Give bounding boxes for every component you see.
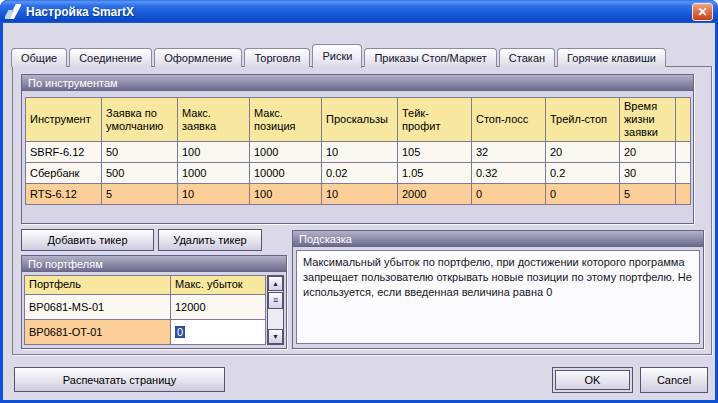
col-header-instrument: Инструмент xyxy=(26,98,102,142)
cell[interactable]: 0 xyxy=(472,184,546,205)
tab-stakan[interactable]: Стакан xyxy=(499,48,555,67)
cell[interactable]: 1.05 xyxy=(398,163,472,184)
cell[interactable]: 12000 xyxy=(171,294,266,319)
selected-text: 0 xyxy=(175,326,185,338)
cell[interactable]: 0.02 xyxy=(322,163,398,184)
col-header-max-order: Макс. заявка xyxy=(178,98,250,142)
cell[interactable]: 100 xyxy=(250,184,322,205)
window-title: Настройка SmartX xyxy=(26,5,134,19)
cell[interactable]: 1000 xyxy=(178,163,250,184)
col-header-slippage: Проскальзы xyxy=(322,98,398,142)
col-header-order-lifetime: Время жизни заявки xyxy=(620,98,676,142)
cell[interactable]: 0.2 xyxy=(546,163,620,184)
portfolios-header-row: Портфель Макс. убыток xyxy=(25,276,266,295)
cell[interactable]: 0 xyxy=(546,184,620,205)
cell[interactable]: 10 xyxy=(178,184,250,205)
cell[interactable]: RTS-6.12 xyxy=(26,184,102,205)
dialog-client-area: Общие Соединение Оформление Торговля Рис… xyxy=(3,23,715,400)
tab-oformlenie[interactable]: Оформление xyxy=(154,48,242,67)
instruments-group-title: По инструментам xyxy=(22,75,693,91)
cell-spacer xyxy=(676,142,691,163)
cell[interactable]: 0.32 xyxy=(472,163,546,184)
cancel-button[interactable]: Cancel xyxy=(640,367,708,393)
add-ticker-button[interactable]: Добавить тикер xyxy=(21,229,154,251)
cell[interactable]: 2000 xyxy=(398,184,472,205)
cell[interactable]: 10 xyxy=(322,184,398,205)
settings-dialog: Настройка SmartX ✕ Общие Соединение Офор… xyxy=(0,0,718,403)
cell[interactable]: BP0681-OT-01 xyxy=(25,319,171,344)
hint-group: Подсказка Максимальный убыток по портфел… xyxy=(292,230,704,349)
smartx-logo-icon xyxy=(5,4,21,19)
instruments-table: Инструмент Заявка по умолчанию Макс. зая… xyxy=(25,97,691,205)
col-header-trail-stop: Трейл-стоп xyxy=(546,98,620,142)
cell[interactable]: 100 xyxy=(178,142,250,163)
cell-spacer xyxy=(676,184,691,205)
portfolios-table: Портфель Макс. убыток BP0681-MS-01 12000… xyxy=(24,275,266,345)
instrument-row-selected[interactable]: RTS-6.12 5 10 100 10 2000 0 0 5 xyxy=(26,184,691,205)
max-loss-edit-field[interactable]: 0 xyxy=(171,319,266,344)
cell[interactable]: 30 xyxy=(620,163,676,184)
col-header-default-order: Заявка по умолчанию xyxy=(102,98,178,142)
portfolio-row-selected[interactable]: BP0681-OT-01 0 xyxy=(25,319,266,344)
cell[interactable]: 10000 xyxy=(250,163,322,184)
cell[interactable]: 5 xyxy=(620,184,676,205)
instruments-group: По инструментам Инструмент Заявка по умо… xyxy=(21,74,694,224)
instruments-header-row: Инструмент Заявка по умолчанию Макс. зая… xyxy=(26,98,691,142)
cell[interactable]: 1000 xyxy=(250,142,322,163)
close-icon[interactable]: ✕ xyxy=(692,3,713,21)
tab-panel-riski: По инструментам Инструмент Заявка по умо… xyxy=(12,66,712,355)
portfolios-group: По портфелям Портфель Макс. убыток BP068… xyxy=(21,255,287,349)
cell[interactable]: 20 xyxy=(620,142,676,163)
tabstrip: Общие Соединение Оформление Торговля Рис… xyxy=(11,43,668,67)
tab-obshchie[interactable]: Общие xyxy=(11,48,67,67)
col-header-max-loss: Макс. убыток xyxy=(171,276,266,295)
portfolios-group-title: По портфелям xyxy=(22,256,286,272)
cell[interactable]: 20 xyxy=(546,142,620,163)
tab-soedinenie[interactable]: Соединение xyxy=(69,48,152,67)
scroll-down-icon[interactable]: ▼ xyxy=(268,329,283,344)
portfolio-row[interactable]: BP0681-MS-01 12000 xyxy=(25,294,266,319)
cell[interactable]: 105 xyxy=(398,142,472,163)
col-header-spacer xyxy=(676,98,691,142)
instrument-row[interactable]: SBRF-6.12 50 100 1000 10 105 32 20 20 xyxy=(26,142,691,163)
print-page-button[interactable]: Распечатать страницу xyxy=(14,367,225,392)
ok-button[interactable]: OK xyxy=(552,367,633,393)
portfolios-scrollbar[interactable]: ▲ ≡ ▼ xyxy=(267,275,284,345)
remove-ticker-button[interactable]: Удалить тикер xyxy=(158,229,262,251)
tab-prikazy-stop-market[interactable]: Приказы Стоп/Маркет xyxy=(364,48,496,67)
cell[interactable]: 5 xyxy=(102,184,178,205)
scroll-up-icon[interactable]: ▲ xyxy=(268,276,283,291)
cell-spacer xyxy=(676,163,691,184)
tab-goryachie-klavishi[interactable]: Горячие клавиши xyxy=(557,48,666,67)
col-header-portfolio: Портфель xyxy=(25,276,171,295)
cell[interactable]: SBRF-6.12 xyxy=(26,142,102,163)
scrollbar-thumb[interactable]: ≡ xyxy=(268,292,283,309)
instrument-row[interactable]: Сбербанк 500 1000 10000 0.02 1.05 0.32 0… xyxy=(26,163,691,184)
hint-group-title: Подсказка xyxy=(293,231,703,247)
scrollbar-track[interactable] xyxy=(268,309,283,329)
cell[interactable]: 50 xyxy=(102,142,178,163)
cell[interactable]: Сбербанк xyxy=(26,163,102,184)
tab-torgovlya[interactable]: Торговля xyxy=(244,48,310,67)
hint-text: Максимальный убыток по портфелю, при дос… xyxy=(296,250,700,344)
tab-riski[interactable]: Риски xyxy=(312,44,362,68)
col-header-stop-loss: Стоп-лосс xyxy=(472,98,546,142)
cell[interactable]: 32 xyxy=(472,142,546,163)
col-header-take-profit: Тейк-профит xyxy=(398,98,472,142)
cell[interactable]: BP0681-MS-01 xyxy=(25,294,171,319)
titlebar: Настройка SmartX ✕ xyxy=(0,0,718,23)
cell[interactable]: 10 xyxy=(322,142,398,163)
col-header-max-position: Макс. позиция xyxy=(250,98,322,142)
cell[interactable]: 500 xyxy=(102,163,178,184)
